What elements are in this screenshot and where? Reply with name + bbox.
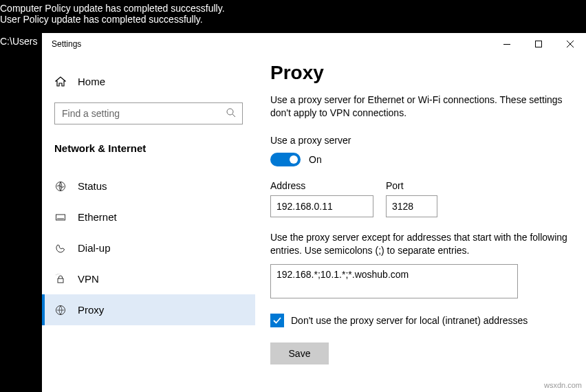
address-input[interactable] <box>270 195 373 217</box>
sidebar-item-vpn[interactable]: VPN <box>42 263 255 294</box>
local-checkbox[interactable] <box>270 314 284 327</box>
home-nav[interactable]: Home <box>42 69 255 94</box>
local-checkbox-row: Don't use the proxy server for local (in… <box>270 314 571 327</box>
main-panel: Proxy Use a proxy server for Ethernet or… <box>255 55 586 392</box>
port-input[interactable] <box>386 195 437 217</box>
terminal-prompt: C:\Users <box>0 36 37 47</box>
ethernet-icon <box>54 212 67 223</box>
close-button[interactable] <box>554 33 586 55</box>
status-icon <box>54 181 67 192</box>
sidebar-item-label: Proxy <box>78 304 104 316</box>
use-proxy-label: Use a proxy server <box>270 135 571 146</box>
page-title: Proxy <box>270 62 571 84</box>
terminal-line: User Policy update has completed success… <box>0 14 203 25</box>
address-column: Address <box>270 180 373 217</box>
category-header: Network & Internet <box>42 135 255 171</box>
svg-rect-8 <box>62 218 63 219</box>
sidebar-item-label: Ethernet <box>78 211 117 223</box>
local-checkbox-label: Don't use the proxy server for local (in… <box>291 315 528 326</box>
svg-rect-7 <box>61 218 61 219</box>
vpn-icon <box>54 274 67 285</box>
port-column: Port <box>386 180 437 217</box>
minimize-icon <box>503 44 510 45</box>
checkmark-icon <box>272 316 282 325</box>
toggle-state-text: On <box>309 154 322 165</box>
close-icon <box>567 41 574 47</box>
address-port-row: Address Port <box>270 180 571 217</box>
maximize-icon <box>535 41 542 47</box>
svg-rect-0 <box>503 44 510 45</box>
search-input[interactable] <box>54 102 243 124</box>
sidebar-item-proxy[interactable]: Proxy <box>42 294 255 325</box>
minimize-button[interactable] <box>491 33 523 55</box>
sidebar-item-label: Status <box>78 180 107 192</box>
nav-list: Status Ethernet Dial-up <box>42 171 255 325</box>
use-proxy-toggle[interactable] <box>270 153 301 166</box>
dialup-icon <box>54 243 67 254</box>
use-proxy-toggle-row: On <box>270 153 571 166</box>
sidebar-item-label: Dial-up <box>78 242 111 254</box>
home-icon <box>54 76 67 87</box>
maximize-button[interactable] <box>523 33 554 55</box>
svg-rect-9 <box>63 218 64 219</box>
titlebar: Settings <box>42 33 586 55</box>
svg-rect-1 <box>536 41 542 47</box>
address-label: Address <box>270 180 373 191</box>
window-title: Settings <box>52 39 491 49</box>
port-label: Port <box>386 180 437 191</box>
search-container <box>42 94 255 135</box>
titlebar-controls <box>491 33 586 55</box>
sidebar-item-dialup[interactable]: Dial-up <box>42 232 255 263</box>
sidebar-item-label: VPN <box>78 273 99 285</box>
exceptions-description: Use the proxy server except for addresse… <box>270 231 571 257</box>
sidebar: Home Network & Internet Status <box>42 55 255 392</box>
terminal-line: Computer Policy update has completed suc… <box>0 3 225 14</box>
svg-rect-5 <box>58 218 58 219</box>
exceptions-input[interactable]: 192.168.*;10.1.*;*.woshub.com <box>270 264 518 298</box>
home-label: Home <box>78 76 105 87</box>
sidebar-item-ethernet[interactable]: Ethernet <box>42 202 255 232</box>
svg-rect-6 <box>59 218 60 219</box>
sidebar-item-status[interactable]: Status <box>42 171 255 202</box>
settings-window: Settings Home <box>42 33 586 392</box>
save-button[interactable]: Save <box>270 342 329 364</box>
svg-rect-10 <box>58 279 63 283</box>
proxy-icon <box>54 305 67 316</box>
content-area: Home Network & Internet Status <box>42 55 586 392</box>
toggle-knob <box>290 155 298 164</box>
watermark: wsxdn.com <box>544 381 582 389</box>
proxy-description: Use a proxy server for Ethernet or Wi-Fi… <box>270 94 571 120</box>
